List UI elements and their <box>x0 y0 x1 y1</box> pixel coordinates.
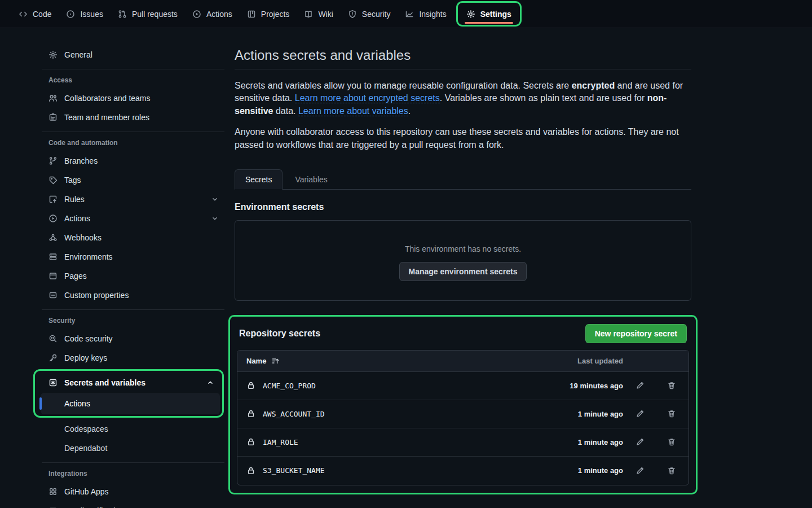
project-table-icon <box>247 10 256 19</box>
sort-ascending-icon[interactable] <box>271 357 280 365</box>
sidebar-item-actions[interactable]: Actions <box>37 209 224 228</box>
collaborator-note-paragraph: Anyone with collaborator access to this … <box>235 126 691 151</box>
nav-tab-insights[interactable]: Insights <box>398 0 453 28</box>
intro-text: data. <box>273 106 298 116</box>
secret-row-actions <box>636 409 676 418</box>
delete-secret-button[interactable] <box>667 409 676 418</box>
lock-icon <box>246 381 255 390</box>
sidebar-item-tags[interactable]: Tags <box>37 170 224 190</box>
pencil-icon <box>636 409 645 418</box>
gear-icon <box>48 50 58 59</box>
edit-secret-button[interactable] <box>636 437 645 446</box>
chevron-down-icon <box>211 214 219 222</box>
nav-tab-code[interactable]: Code <box>11 0 59 28</box>
sidebar-item-pages[interactable]: Pages <box>37 266 224 286</box>
graph-icon <box>405 10 414 19</box>
edit-secret-button[interactable] <box>636 381 645 390</box>
apps-grid-icon <box>48 487 58 496</box>
server-icon <box>48 252 58 261</box>
tab-variables[interactable]: Variables <box>283 170 339 189</box>
page-title: Actions secrets and variables <box>235 47 691 69</box>
delete-secret-button[interactable] <box>667 437 676 446</box>
trash-icon <box>667 437 676 446</box>
nav-tab-label: Actions <box>206 10 232 19</box>
nav-tab-actions[interactable]: Actions <box>185 0 240 28</box>
sidebar-item-email-notifications[interactable]: Email notifications <box>37 501 224 508</box>
code-icon <box>19 10 28 19</box>
environment-empty-text: This environment has no secrets. <box>405 244 521 253</box>
secret-row: ACME_CO_PROD 19 minutes ago <box>237 372 689 400</box>
git-pull-request-icon <box>118 10 127 19</box>
sidebar-item-label: General <box>64 50 92 59</box>
sidebar-item-deploy-keys[interactable]: Deploy keys <box>37 348 224 367</box>
sidebar-item-label: Webhooks <box>64 233 102 242</box>
sidebar-item-team-roles[interactable]: Team and member roles <box>37 108 224 127</box>
key-asterisk-icon <box>48 378 58 387</box>
link-encrypted-secrets[interactable]: Learn more about encrypted secrets <box>295 93 440 103</box>
edit-secret-button[interactable] <box>636 466 645 475</box>
sidebar-item-custom-properties[interactable]: Custom properties <box>37 286 224 305</box>
key-icon <box>48 353 58 362</box>
people-icon <box>48 94 58 103</box>
nav-tab-label: Code <box>33 10 51 19</box>
secret-row-actions <box>636 437 676 446</box>
nav-tab-label: Pull requests <box>132 10 178 19</box>
trash-icon <box>667 409 676 418</box>
nav-tab-security[interactable]: Security <box>341 0 398 28</box>
chevron-down-icon <box>211 195 219 203</box>
sidebar-item-code-security[interactable]: Code security <box>37 329 224 348</box>
sidebar-item-general[interactable]: General <box>37 45 224 64</box>
repository-secrets-heading: Repository secrets <box>239 329 320 339</box>
secret-row: IAM_ROLE 1 minute ago <box>237 428 689 457</box>
issue-opened-icon <box>66 10 75 19</box>
sidebar-item-label: Branches <box>64 156 98 165</box>
edit-secret-button[interactable] <box>636 409 645 418</box>
sidebar-subitem-actions-selected[interactable]: Actions <box>41 393 220 414</box>
sidebar-divider <box>42 132 224 132</box>
secret-name-text: ACME_CO_PROD <box>263 382 316 390</box>
link-variables[interactable]: Learn more about variables <box>298 106 408 116</box>
nav-tab-projects[interactable]: Projects <box>240 0 297 28</box>
sidebar-item-label: Codespaces <box>64 424 108 433</box>
nav-tab-label: Settings <box>480 10 511 19</box>
intro-text: . Variables are shown as plain text and … <box>440 93 647 103</box>
browser-icon <box>48 271 58 281</box>
delete-secret-button[interactable] <box>667 381 676 390</box>
sidebar-subitem-codespaces[interactable]: Codespaces <box>37 419 224 439</box>
environment-secrets-heading: Environment secrets <box>235 202 691 212</box>
sidebar-item-branches[interactable]: Branches <box>37 151 224 170</box>
sidebar-item-label: Custom properties <box>64 291 129 300</box>
name-column-header: Name <box>246 357 280 365</box>
secret-name: ACME_CO_PROD <box>246 381 316 390</box>
sidebar-item-environments[interactable]: Environments <box>37 247 224 266</box>
nav-tab-issues[interactable]: Issues <box>59 0 110 28</box>
sidebar-item-webhooks[interactable]: Webhooks <box>37 228 224 247</box>
sidebar-item-label: Rules <box>64 195 85 204</box>
sidebar-item-github-apps[interactable]: GitHub Apps <box>37 482 224 501</box>
delete-secret-button[interactable] <box>667 466 676 475</box>
sidebar-item-rules[interactable]: Rules <box>37 190 224 209</box>
intro-paragraph: Secrets and variables allow you to manag… <box>235 80 691 117</box>
secret-last-updated: 1 minute ago <box>550 466 623 475</box>
sidebar-divider <box>42 309 224 310</box>
secret-name-text: IAM_ROLE <box>263 438 298 446</box>
rules-icon <box>48 195 58 204</box>
new-repository-secret-button[interactable]: New repository secret <box>585 324 687 343</box>
tab-secrets[interactable]: Secrets <box>235 169 283 190</box>
sidebar-item-label: Collaborators and teams <box>64 94 151 103</box>
table-header-row: Name Last updated <box>237 351 689 372</box>
intro-text: . <box>408 106 411 116</box>
sidebar-divider <box>42 69 224 69</box>
sidebar-item-label: Dependabot <box>64 444 107 453</box>
sidebar-subitem-dependabot[interactable]: Dependabot <box>37 439 224 458</box>
git-branch-icon <box>48 156 58 165</box>
sidebar-item-label: Secrets and variables <box>64 378 145 387</box>
sidebar-item-secrets-and-variables[interactable]: Secrets and variables <box>37 373 220 393</box>
nav-tab-settings[interactable]: Settings <box>458 3 520 25</box>
manage-environment-secrets-button[interactable]: Manage environment secrets <box>399 262 527 281</box>
secret-row: AWS_ACCOUNT_ID 1 minute ago <box>237 400 689 428</box>
nav-tab-pull-requests[interactable]: Pull requests <box>111 0 185 28</box>
nav-tab-wiki[interactable]: Wiki <box>297 0 340 28</box>
sidebar-item-collaborators[interactable]: Collaborators and teams <box>37 89 224 108</box>
secret-last-updated: 1 minute ago <box>550 410 623 418</box>
